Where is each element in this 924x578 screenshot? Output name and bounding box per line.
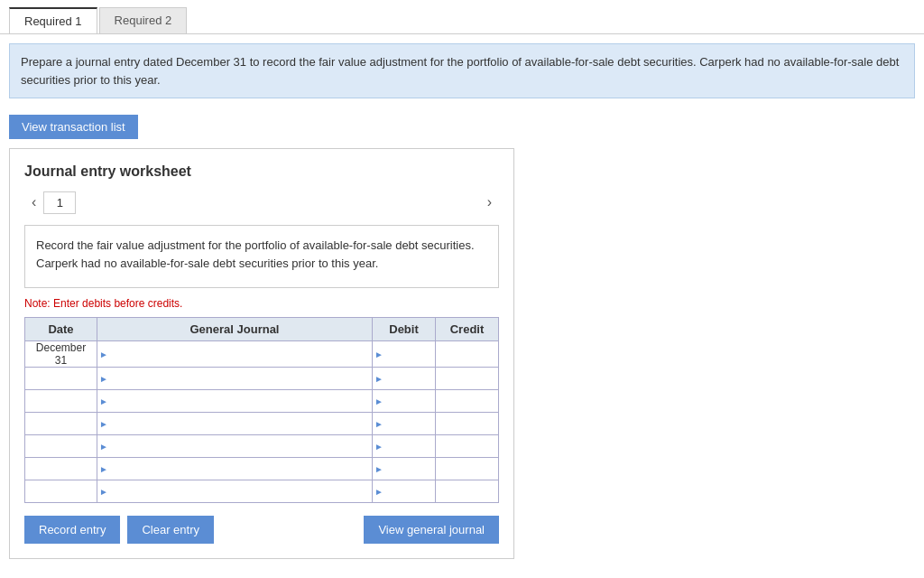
journal-cell[interactable]: ► — [97, 341, 373, 368]
debit-input[interactable] — [383, 435, 435, 457]
action-buttons: Record entry Clear entry View general jo… — [24, 516, 499, 544]
col-header-date: Date — [25, 318, 97, 341]
credit-cell[interactable] — [436, 458, 499, 480]
credit-input[interactable] — [436, 435, 498, 457]
credit-input[interactable] — [436, 368, 498, 389]
tabs-container: Required 1 Required 2 — [0, 0, 924, 34]
col-header-journal: General Journal — [97, 318, 373, 341]
journal-cell[interactable]: ► — [97, 390, 373, 413]
credit-input[interactable] — [436, 341, 498, 367]
date-cell — [25, 390, 97, 413]
journal-cell[interactable]: ► — [97, 458, 373, 480]
credit-cell[interactable] — [436, 341, 499, 368]
cell-arrow-icon: ► — [99, 442, 108, 452]
journal-input[interactable] — [108, 480, 372, 502]
journal-input[interactable] — [108, 343, 372, 365]
credit-input[interactable] — [436, 458, 498, 480]
credit-cell[interactable] — [436, 413, 499, 435]
table-row: ► ► — [25, 458, 499, 480]
cell-arrow-icon: ► — [99, 464, 108, 474]
cell-arrow-icon: ► — [374, 464, 383, 474]
table-row: ► ► — [25, 390, 499, 413]
debit-cell[interactable]: ► — [373, 390, 436, 413]
cell-arrow-icon: ► — [99, 487, 108, 497]
journal-cell[interactable]: ► — [97, 368, 373, 390]
tab-required1[interactable]: Required 1 — [9, 7, 97, 33]
debit-cell[interactable]: ► — [373, 480, 436, 503]
date-cell — [25, 413, 97, 435]
clear-entry-button[interactable]: Clear entry — [127, 516, 214, 544]
table-row: ► ► — [25, 435, 499, 458]
cell-arrow-icon: ► — [374, 442, 383, 452]
col-header-credit: Credit — [436, 318, 499, 341]
credit-cell[interactable] — [436, 368, 499, 390]
debit-input[interactable] — [383, 390, 435, 412]
worksheet-card: Journal entry worksheet ‹ 1 › Record the… — [9, 148, 514, 559]
debit-cell[interactable]: ► — [373, 368, 436, 390]
journal-input[interactable] — [108, 435, 372, 457]
credit-input[interactable] — [436, 390, 498, 412]
debit-cell[interactable]: ► — [373, 458, 436, 480]
nav-row: ‹ 1 › — [24, 191, 499, 214]
debit-cell[interactable]: ► — [373, 341, 436, 368]
tab-required2[interactable]: Required 2 — [99, 7, 188, 33]
journal-cell[interactable]: ► — [97, 480, 373, 503]
cell-arrow-icon: ► — [99, 350, 108, 359]
view-general-journal-button[interactable]: View general journal — [364, 516, 499, 544]
journal-input[interactable] — [108, 390, 372, 412]
next-arrow-button[interactable]: › — [480, 191, 499, 214]
cell-arrow-icon: ► — [374, 487, 383, 497]
journal-cell[interactable]: ► — [97, 435, 373, 458]
debit-input[interactable] — [383, 413, 435, 434]
cell-arrow-icon: ► — [99, 374, 108, 384]
record-entry-button[interactable]: Record entry — [24, 516, 120, 544]
credit-input[interactable] — [436, 480, 498, 502]
credit-cell[interactable] — [436, 435, 499, 458]
prev-arrow-button[interactable]: ‹ — [24, 191, 43, 214]
date-cell — [25, 480, 97, 503]
table-row: ► ► — [25, 480, 499, 503]
date-cell — [25, 458, 97, 480]
cell-arrow-icon: ► — [374, 374, 383, 384]
cell-arrow-icon: ► — [99, 396, 108, 406]
date-cell — [25, 435, 97, 458]
journal-input[interactable] — [108, 413, 372, 434]
debit-cell[interactable]: ► — [373, 413, 436, 435]
credit-cell[interactable] — [436, 480, 499, 503]
credit-cell[interactable] — [436, 390, 499, 413]
cell-arrow-icon: ► — [374, 396, 383, 406]
page-indicator: 1 — [43, 191, 76, 214]
table-row: ► ► — [25, 368, 499, 390]
note-text: Note: Enter debits before credits. — [24, 297, 499, 310]
date-cell — [25, 368, 97, 390]
debit-cell[interactable]: ► — [373, 435, 436, 458]
journal-input[interactable] — [108, 368, 372, 389]
col-header-debit: Debit — [373, 318, 436, 341]
cell-arrow-icon: ► — [374, 419, 383, 429]
instruction-box: Prepare a journal entry dated December 3… — [9, 43, 915, 98]
date-cell: December31 — [25, 341, 97, 368]
credit-input[interactable] — [436, 413, 498, 434]
view-transaction-button[interactable]: View transaction list — [9, 115, 138, 139]
cell-arrow-icon: ► — [374, 350, 383, 359]
debit-input[interactable] — [383, 458, 435, 480]
table-row: December31 ► ► — [25, 341, 499, 368]
debit-input[interactable] — [383, 368, 435, 389]
journal-cell[interactable]: ► — [97, 413, 373, 435]
journal-input[interactable] — [108, 458, 372, 480]
worksheet-title: Journal entry worksheet — [24, 163, 499, 180]
cell-arrow-icon: ► — [99, 419, 108, 429]
table-row: ► ► — [25, 413, 499, 435]
description-box: Record the fair value adjustment for the… — [24, 225, 499, 288]
debit-input[interactable] — [383, 480, 435, 502]
journal-table: Date General Journal Debit Credit Decemb… — [24, 317, 499, 503]
debit-input[interactable] — [383, 343, 435, 365]
